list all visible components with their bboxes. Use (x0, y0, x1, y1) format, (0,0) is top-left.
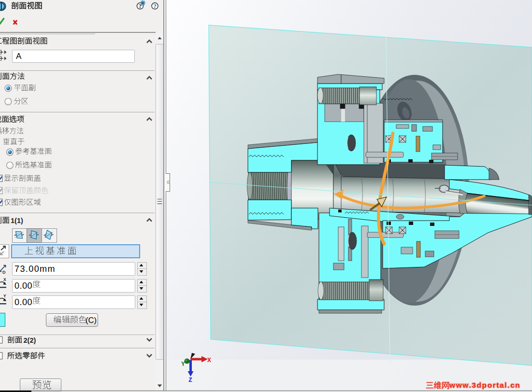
svg-text:Y: Y (181, 361, 185, 368)
svg-text:Z: Z (188, 377, 192, 384)
svg-text:X: X (207, 357, 211, 364)
